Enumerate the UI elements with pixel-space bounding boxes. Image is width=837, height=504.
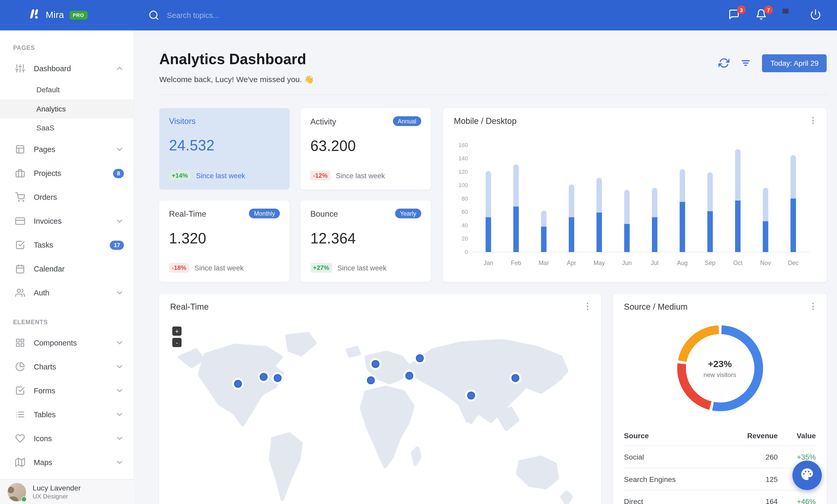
- source-menu-kebab-icon[interactable]: [808, 301, 819, 312]
- sidebar-user[interactable]: Lucy Lavender UX Designer: [0, 479, 134, 504]
- source-value: +35%: [778, 453, 816, 461]
- stat-value: 12.364: [310, 230, 421, 247]
- map-marker[interactable]: [272, 372, 284, 384]
- stat-cards-grid: Visitors24.532+14%Since last weekActivit…: [159, 108, 431, 282]
- mobile-desktop-bar-chart: 020406080100120140160JanFebMarAprMayJunJ…: [448, 135, 814, 278]
- sidebar-item-invoices[interactable]: Invoices: [0, 209, 133, 233]
- chevron-down-icon: [115, 338, 124, 347]
- sidebar-item-components[interactable]: Components: [0, 331, 133, 355]
- stat-card-activity: ActivityAnnual63.200-12%Since last week: [301, 108, 431, 190]
- map-marker[interactable]: [403, 370, 415, 382]
- chevron-down-icon: [115, 145, 124, 153]
- stat-period-badge: Annual: [393, 116, 421, 126]
- map-marker[interactable]: [509, 372, 521, 384]
- sidebar-item-maps[interactable]: Maps: [0, 450, 133, 474]
- svg-text:Dec: Dec: [788, 260, 799, 266]
- sidebar-item-label: Maps: [34, 458, 53, 467]
- sidebar-subitem-saas[interactable]: SaaS: [0, 118, 133, 137]
- chevron-down-icon: [115, 410, 124, 419]
- sidebar-item-auth[interactable]: Auth: [0, 281, 133, 305]
- stat-caption: Since last week: [196, 171, 245, 180]
- brand-link[interactable]: Mira PRO: [0, 7, 134, 23]
- stat-period-badge: Yearly: [395, 209, 421, 219]
- sidebar-subitem-analytics[interactable]: Analytics: [0, 99, 133, 118]
- map-marker[interactable]: [369, 358, 381, 370]
- mira-logo-icon: [26, 7, 40, 23]
- header-divider: [159, 95, 827, 95]
- chart-menu-kebab-icon[interactable]: [808, 116, 819, 127]
- map-marker[interactable]: [232, 378, 244, 390]
- source-table-header: SourceRevenueValue: [624, 426, 816, 445]
- sidebar-item-forms[interactable]: Forms: [0, 378, 133, 403]
- sidebar-subitem-default[interactable]: Default: [0, 80, 133, 99]
- sidebar-item-projects[interactable]: Projects8: [0, 161, 133, 185]
- svg-text:Aug: Aug: [677, 260, 688, 266]
- sliders-icon: [15, 64, 25, 74]
- sidebar-item-label: Orders: [34, 193, 57, 201]
- messages-badge: 3: [737, 5, 746, 14]
- top-navbar: Mira PRO 3 7: [0, 0, 837, 31]
- refresh-button[interactable]: [719, 57, 731, 69]
- source-value: +46%: [778, 497, 816, 504]
- notifications-button[interactable]: 7: [755, 8, 768, 22]
- stat-title: Activity: [310, 116, 336, 126]
- svg-text:140: 140: [459, 155, 468, 162]
- sidebar-item-icons[interactable]: Icons: [0, 426, 133, 450]
- stat-card-bounce: BounceYearly12.364+27%Since last week: [301, 201, 431, 282]
- sidebar-item-label: Tables: [34, 410, 56, 419]
- source-table-row: Search Engines125-12%: [624, 468, 816, 490]
- palette-icon: [800, 467, 814, 484]
- credit-card-icon: [15, 216, 25, 226]
- theme-settings-fab[interactable]: [793, 461, 822, 490]
- svg-text:100: 100: [459, 182, 468, 188]
- users-icon: [15, 288, 25, 298]
- source-revenue: 125: [731, 475, 778, 483]
- donut-center-label: +23% new visitors: [671, 319, 769, 417]
- map-marker[interactable]: [257, 371, 270, 383]
- realtime-map-card: Real-Time + -: [159, 294, 601, 504]
- svg-text:Jul: Jul: [651, 260, 658, 266]
- svg-text:Apr: Apr: [567, 260, 576, 266]
- map-marker[interactable]: [465, 389, 477, 402]
- language-flag-button[interactable]: [783, 8, 796, 22]
- sidebar-item-tables[interactable]: Tables: [0, 403, 133, 426]
- stat-value: 24.532: [169, 137, 280, 154]
- sidebar-item-dashboard[interactable]: Dashboard: [0, 56, 133, 80]
- sidebar-item-calendar[interactable]: Calendar: [0, 257, 133, 281]
- sign-out-button[interactable]: [810, 8, 823, 22]
- stat-title: Visitors: [169, 116, 195, 126]
- svg-text:80: 80: [462, 195, 468, 202]
- sidebar-item-charts[interactable]: Charts: [0, 355, 133, 378]
- map-marker[interactable]: [365, 374, 377, 387]
- user-name: Lucy Lavender: [33, 484, 81, 493]
- map-zoom-out-button[interactable]: -: [172, 338, 182, 347]
- messages-button[interactable]: 3: [728, 8, 741, 22]
- filter-button[interactable]: [741, 57, 752, 69]
- chevron-down-icon: [115, 288, 124, 297]
- stat-card-visitors: Visitors24.532+14%Since last week: [159, 108, 290, 190]
- chevron-down-icon: [115, 362, 124, 371]
- sidebar-item-label: Pages: [34, 145, 55, 153]
- svg-text:May: May: [594, 260, 605, 266]
- sidebar-item-label: Auth: [34, 288, 49, 297]
- date-range-button[interactable]: Today: April 29: [762, 54, 826, 72]
- stat-caption: Since last week: [337, 264, 387, 272]
- user-role: UX Designer: [33, 493, 81, 500]
- map-marker[interactable]: [414, 352, 426, 365]
- map-menu-kebab-icon[interactable]: [583, 301, 593, 312]
- chevron-down-icon: [115, 458, 124, 467]
- chevron-up-icon: [115, 64, 124, 73]
- svg-text:Mar: Mar: [539, 260, 549, 266]
- chevron-down-icon: [115, 386, 124, 395]
- svg-text:Nov: Nov: [760, 260, 771, 266]
- col-source: Source: [624, 431, 731, 440]
- search-input[interactable]: [166, 11, 307, 20]
- sidebar-item-label: Components: [34, 338, 77, 347]
- sidebar: PAGESDashboardDefaultAnalyticsSaaSPagesP…: [0, 31, 134, 504]
- sidebar-item-tasks[interactable]: Tasks17: [0, 233, 133, 257]
- sidebar-item-pages[interactable]: Pages: [0, 137, 133, 161]
- stat-caption: Since last week: [336, 171, 385, 180]
- sidebar-item-orders[interactable]: Orders: [0, 185, 133, 209]
- shopping-cart-icon: [15, 192, 25, 202]
- map-zoom-in-button[interactable]: +: [172, 326, 182, 336]
